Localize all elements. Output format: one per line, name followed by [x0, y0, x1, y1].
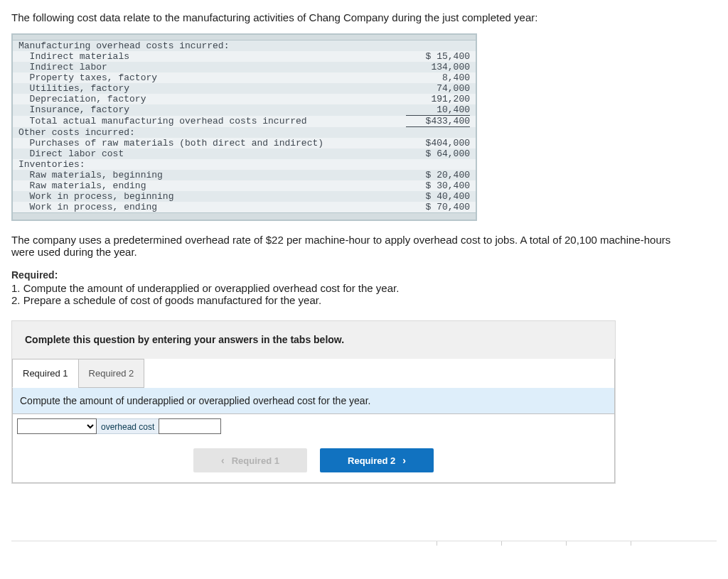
overhead-amount-input[interactable] — [159, 418, 221, 434]
inv-heading: Inventories: — [18, 159, 470, 170]
overhead-cost-label: overhead cost — [97, 418, 159, 434]
next-required-button[interactable]: Required 2 › — [320, 448, 434, 472]
row-label: Utilities, factory — [18, 83, 406, 94]
row-label: Work in process, beginning — [18, 191, 406, 202]
row-value: $ 15,400 — [406, 51, 470, 62]
row-value: 10,400 — [406, 104, 470, 116]
prev-label: Required 1 — [232, 455, 279, 466]
required-heading: Required: — [11, 269, 717, 281]
row-value: $ 64,000 — [406, 148, 470, 159]
chevron-left-icon: ‹ — [221, 455, 225, 466]
other-heading: Other costs incurred: — [18, 127, 470, 138]
tab-required-2[interactable]: Required 2 — [78, 359, 145, 388]
prev-required-button[interactable]: ‹ Required 1 — [193, 448, 307, 472]
row-value: 8,400 — [406, 72, 470, 83]
footer-divider — [11, 541, 717, 548]
row-label: Raw materials, ending — [18, 180, 406, 191]
row-label: Depreciation, factory — [18, 94, 406, 104]
row-label: Property taxes, factory — [18, 72, 406, 83]
answer-panel: Complete this question by entering your … — [11, 320, 616, 484]
row-value: 191,200 — [406, 94, 470, 104]
row-label: Direct labor cost — [18, 148, 406, 159]
row-label: Insurance, factory — [18, 104, 406, 116]
applied-type-select[interactable] — [17, 418, 97, 434]
chevron-right-icon: › — [402, 455, 406, 466]
row-value: 74,000 — [406, 83, 470, 94]
question-prompt: Compute the amount of underapplied or ov… — [13, 388, 614, 414]
next-label: Required 2 — [348, 455, 395, 466]
row-label: Indirect materials — [18, 51, 406, 62]
row-label: Work in process, ending — [18, 202, 406, 212]
row-label: Indirect labor — [18, 62, 406, 72]
row-value: 134,000 — [406, 62, 470, 72]
row-value-total: $433,400 — [406, 116, 470, 127]
row-value: $ 20,400 — [406, 170, 470, 180]
row-label: Total actual manufacturing overhead cost… — [18, 116, 406, 127]
row-value: $ 40,400 — [406, 191, 470, 202]
intro-text: The following cost data relate to the ma… — [11, 11, 717, 23]
answer-tabs: Required 1 Required 2 — [13, 359, 614, 388]
row-value: $404,000 — [406, 138, 470, 148]
narrative-text: The company uses a predetermined overhea… — [11, 234, 694, 258]
tab-required-1[interactable]: Required 1 — [12, 359, 79, 388]
cost-data-table: Manufacturing overhead costs incurred: I… — [11, 33, 477, 221]
row-label: Purchases of raw materials (both direct … — [18, 138, 406, 148]
required-1: 1. Compute the amount of underapplied or… — [11, 282, 717, 294]
row-value: $ 30,400 — [406, 180, 470, 191]
row-value: $ 70,400 — [406, 202, 470, 212]
required-2: 2. Prepare a schedule of cost of goods m… — [11, 294, 717, 306]
moh-heading: Manufacturing overhead costs incurred: — [18, 40, 470, 51]
answer-instruction: Complete this question by entering your … — [12, 321, 615, 359]
row-label: Raw materials, beginning — [18, 170, 406, 180]
